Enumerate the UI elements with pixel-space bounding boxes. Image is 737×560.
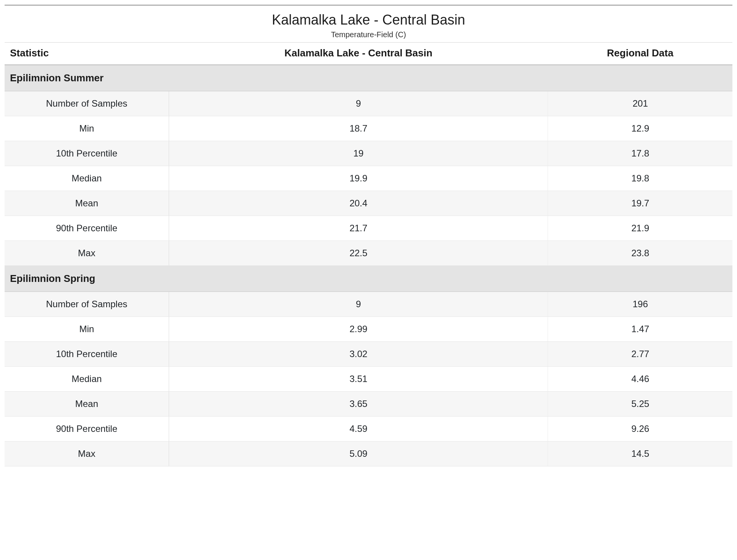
table-row: 90th Percentile4.599.26 <box>5 417 732 441</box>
cell-local: 2.99 <box>169 317 548 342</box>
cell-local: 19 <box>169 141 548 166</box>
title-block: Kalamalka Lake - Central Basin Temperatu… <box>5 6 732 43</box>
table-body: Epilimnion SummerNumber of Samples9201Mi… <box>5 65 732 466</box>
cell-local: 20.4 <box>169 191 548 216</box>
cell-regional: 23.8 <box>548 241 732 266</box>
cell-local: 3.65 <box>169 392 548 417</box>
section-title: Epilimnion Spring <box>5 266 732 292</box>
table-row: Max22.523.8 <box>5 241 732 266</box>
col-local: Kalamalka Lake - Central Basin <box>169 43 548 65</box>
cell-statistic: Min <box>5 116 169 141</box>
cell-local: 18.7 <box>169 116 548 141</box>
table-row: 10th Percentile1917.8 <box>5 141 732 166</box>
table-row: Mean3.655.25 <box>5 392 732 417</box>
cell-statistic: Median <box>5 166 169 191</box>
table-row: Median3.514.46 <box>5 367 732 392</box>
table-row: Min2.991.47 <box>5 317 732 342</box>
column-header-row: Statistic Kalamalka Lake - Central Basin… <box>5 43 732 65</box>
cell-regional: 201 <box>548 91 732 116</box>
cell-local: 9 <box>169 292 548 317</box>
page-subtitle: Temperature-Field (C) <box>5 30 732 39</box>
page-title: Kalamalka Lake - Central Basin <box>5 12 732 28</box>
cell-regional: 9.26 <box>548 417 732 441</box>
cell-statistic: Mean <box>5 191 169 216</box>
section-header-row: Epilimnion Spring <box>5 266 732 292</box>
cell-local: 3.51 <box>169 367 548 392</box>
cell-local: 4.59 <box>169 417 548 441</box>
cell-regional: 17.8 <box>548 141 732 166</box>
cell-statistic: Number of Samples <box>5 91 169 116</box>
cell-regional: 196 <box>548 292 732 317</box>
cell-local: 5.09 <box>169 441 548 466</box>
cell-regional: 21.9 <box>548 216 732 241</box>
cell-regional: 12.9 <box>548 116 732 141</box>
table-row: Mean20.419.7 <box>5 191 732 216</box>
stats-table: Statistic Kalamalka Lake - Central Basin… <box>5 43 732 466</box>
cell-regional: 5.25 <box>548 392 732 417</box>
cell-statistic: 90th Percentile <box>5 417 169 441</box>
cell-regional: 19.7 <box>548 191 732 216</box>
cell-statistic: Min <box>5 317 169 342</box>
cell-regional: 19.8 <box>548 166 732 191</box>
col-regional: Regional Data <box>548 43 732 65</box>
cell-statistic: 90th Percentile <box>5 216 169 241</box>
cell-regional: 14.5 <box>548 441 732 466</box>
col-statistic: Statistic <box>5 43 169 65</box>
cell-local: 22.5 <box>169 241 548 266</box>
cell-statistic: Max <box>5 241 169 266</box>
table-row: Min18.712.9 <box>5 116 732 141</box>
cell-regional: 2.77 <box>548 342 732 367</box>
table-row: Median19.919.8 <box>5 166 732 191</box>
cell-regional: 4.46 <box>548 367 732 392</box>
cell-statistic: Median <box>5 367 169 392</box>
cell-statistic: Max <box>5 441 169 466</box>
cell-local: 21.7 <box>169 216 548 241</box>
cell-statistic: Mean <box>5 392 169 417</box>
report-container: Kalamalka Lake - Central Basin Temperatu… <box>5 5 732 466</box>
cell-local: 3.02 <box>169 342 548 367</box>
table-row: 90th Percentile21.721.9 <box>5 216 732 241</box>
cell-statistic: 10th Percentile <box>5 141 169 166</box>
table-row: Number of Samples9196 <box>5 292 732 317</box>
section-header-row: Epilimnion Summer <box>5 65 732 91</box>
cell-local: 19.9 <box>169 166 548 191</box>
table-row: 10th Percentile3.022.77 <box>5 342 732 367</box>
cell-statistic: 10th Percentile <box>5 342 169 367</box>
cell-statistic: Number of Samples <box>5 292 169 317</box>
section-title: Epilimnion Summer <box>5 65 732 91</box>
cell-local: 9 <box>169 91 548 116</box>
table-row: Number of Samples9201 <box>5 91 732 116</box>
table-row: Max5.0914.5 <box>5 441 732 466</box>
cell-regional: 1.47 <box>548 317 732 342</box>
